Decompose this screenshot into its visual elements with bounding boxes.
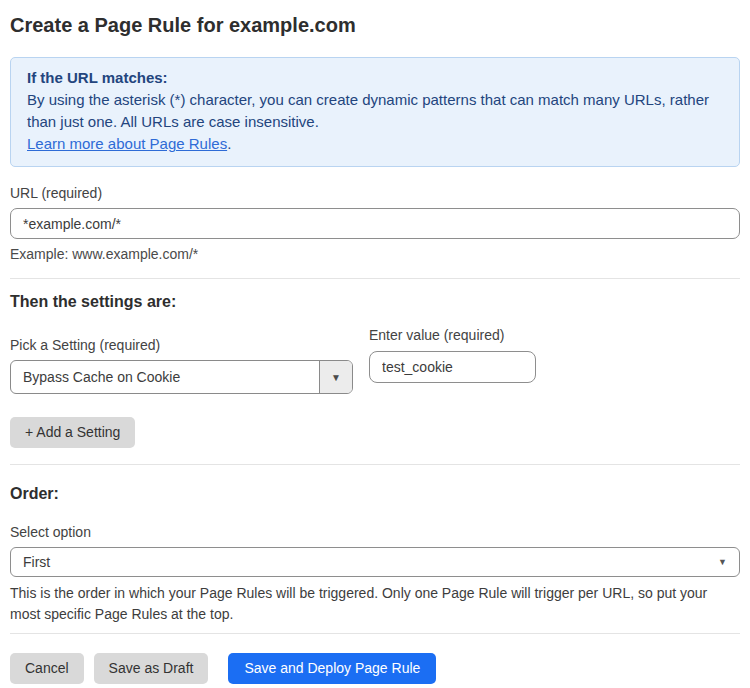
value-field-group: Enter value (required) <box>369 327 536 394</box>
link-suffix: . <box>227 135 231 152</box>
order-select[interactable]: First ▼ <box>10 547 740 577</box>
divider <box>10 278 740 279</box>
info-box-body: By using the asterisk (*) character, you… <box>27 91 709 130</box>
setting-select-label: Pick a Setting (required) <box>10 337 353 354</box>
save-and-deploy-button[interactable]: Save and Deploy Page Rule <box>228 653 436 684</box>
create-page-rule-form: Create a Page Rule for example.com If th… <box>0 13 750 684</box>
dropdown-arrow-icon: ▼ <box>331 372 341 383</box>
setting-value-input[interactable] <box>369 351 536 383</box>
add-setting-button[interactable]: + Add a Setting <box>10 417 135 448</box>
cancel-button[interactable]: Cancel <box>10 653 84 684</box>
footer-buttons: Cancel Save as Draft Save and Deploy Pag… <box>10 653 740 684</box>
divider <box>10 633 740 634</box>
save-as-draft-button[interactable]: Save as Draft <box>94 653 209 684</box>
setting-select[interactable]: Bypass Cache on Cookie ▼ <box>10 360 353 394</box>
setting-select-value: Bypass Cache on Cookie <box>11 361 319 393</box>
settings-section-heading: Then the settings are: <box>10 292 740 311</box>
url-field-helper: Example: www.example.com/* <box>10 246 740 263</box>
learn-more-link[interactable]: Learn more about Page Rules <box>27 135 227 152</box>
url-matches-info-box: If the URL matches: By using the asteris… <box>10 57 740 167</box>
order-section-heading: Order: <box>10 484 740 503</box>
chevron-down-icon: ▼ <box>718 557 727 567</box>
dropdown-arrow-button[interactable]: ▼ <box>319 361 352 393</box>
order-select-label: Select option <box>10 524 740 541</box>
url-field-label: URL (required) <box>10 185 740 202</box>
order-select-value: First <box>23 554 50 570</box>
info-box-heading: If the URL matches: <box>27 67 723 89</box>
setting-select-group: Pick a Setting (required) Bypass Cache o… <box>10 319 353 394</box>
page-title: Create a Page Rule for example.com <box>10 13 740 38</box>
url-input[interactable] <box>10 208 740 239</box>
order-helper-text: This is the order in which your Page Rul… <box>10 583 740 625</box>
divider <box>10 464 740 465</box>
value-field-label: Enter value (required) <box>369 327 536 344</box>
settings-row: Pick a Setting (required) Bypass Cache o… <box>10 319 740 394</box>
